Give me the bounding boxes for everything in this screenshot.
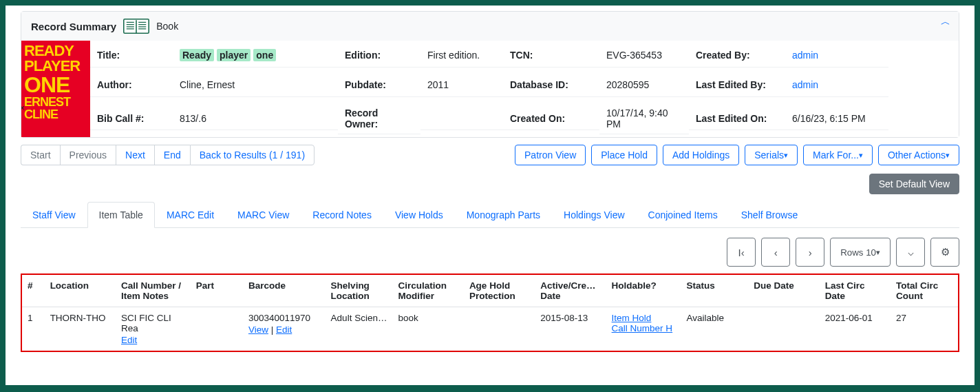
value-created-by[interactable]: admin xyxy=(792,50,818,61)
value-record-owner xyxy=(420,107,503,130)
tab-marc-view[interactable]: MARC View xyxy=(226,202,301,228)
chevron-left-icon: ‹ xyxy=(774,247,778,258)
item-table: # Location Call Number / Item Notes Part… xyxy=(22,275,958,351)
value-edition: First edition. xyxy=(420,44,503,68)
label-record-owner: Record Owner: xyxy=(338,103,420,134)
label-last-edited-on: Last Edited On: xyxy=(689,107,785,130)
barcode-sep: | xyxy=(268,324,276,335)
cover-line-1: READY xyxy=(24,43,87,59)
table-row[interactable]: 1 THORN-THO SCI FIC CLI Rea Edit 3003400… xyxy=(22,307,958,351)
label-title: Title: xyxy=(90,44,173,68)
cell-last-circ: 2021-06-01 xyxy=(820,307,891,351)
label-tcn: TCN: xyxy=(503,44,599,68)
tab-shelf-browse[interactable]: Shelf Browse xyxy=(729,202,809,228)
serials-dropdown[interactable]: Serials xyxy=(745,145,798,165)
col-part[interactable]: Part xyxy=(191,275,243,307)
col-location[interactable]: Location xyxy=(45,275,116,307)
cover-line-5: CLINE xyxy=(24,108,87,121)
barcode-text: 300340011970 xyxy=(248,313,310,323)
col-last-circ[interactable]: Last Circ Date xyxy=(820,275,891,307)
value-pubdate: 2011 xyxy=(420,74,503,97)
col-barcode[interactable]: Barcode xyxy=(243,275,326,307)
cell-status: Available xyxy=(681,307,748,351)
next-button[interactable]: Next xyxy=(116,145,154,165)
page-first-icon: I‹ xyxy=(738,247,745,258)
chevron-right-icon: › xyxy=(809,247,812,258)
other-actions-dropdown[interactable]: Other Actions xyxy=(878,145,959,165)
col-status[interactable]: Status xyxy=(681,275,748,307)
mark-for-dropdown[interactable]: Mark For... xyxy=(803,145,873,165)
label-author: Author: xyxy=(90,74,173,97)
cover-image: READY PLAYER ONE ERNEST CLINE × xyxy=(21,41,90,137)
page-prev-button[interactable]: ‹ xyxy=(761,238,790,267)
tab-holdings-view[interactable]: Holdings View xyxy=(552,202,636,228)
value-bib-call: 813/.6 xyxy=(173,107,338,130)
col-active-date[interactable]: Active/Cre… Date xyxy=(535,275,606,307)
barcode-view-link[interactable]: View xyxy=(248,324,268,335)
value-last-edited-by[interactable]: admin xyxy=(792,79,818,90)
record-type: Book xyxy=(156,21,178,32)
cell-age-hold xyxy=(464,307,535,351)
col-num[interactable]: # xyxy=(22,275,45,307)
call-number-hold-link[interactable]: Call Number H xyxy=(612,323,673,333)
col-circ-mod[interactable]: Circulation Modifier xyxy=(393,275,464,307)
previous-button[interactable]: Previous xyxy=(60,145,116,165)
back-to-results-button[interactable]: Back to Results (1 / 191) xyxy=(190,145,315,165)
value-tcn: EVG-365453 xyxy=(599,44,689,68)
col-holdable[interactable]: Holdable? xyxy=(606,275,681,307)
end-button[interactable]: End xyxy=(154,145,190,165)
expand-rows-button[interactable]: ⌵ xyxy=(896,238,925,267)
cell-active-date: 2015-08-13 xyxy=(535,307,606,351)
call-number-edit-link[interactable]: Edit xyxy=(121,335,137,345)
add-holdings-button[interactable]: Add Holdings xyxy=(663,145,739,165)
cell-shelving: Adult Scien… xyxy=(326,307,393,351)
cover-line-3: ONE xyxy=(24,74,87,96)
col-call-number[interactable]: Call Number / Item Notes xyxy=(116,275,191,307)
tab-conjoined-items[interactable]: Conjoined Items xyxy=(637,202,729,228)
label-edition: Edition: xyxy=(338,44,420,68)
value-db-id: 20280595 xyxy=(599,74,689,97)
page-first-button[interactable]: I‹ xyxy=(727,238,756,267)
label-created-by: Created By: xyxy=(689,44,785,68)
tab-marc-edit[interactable]: MARC Edit xyxy=(155,202,226,228)
label-pubdate: Pubdate: xyxy=(338,74,420,97)
cell-location: THORN-THO xyxy=(45,307,116,351)
label-last-edited-by: Last Edited By: xyxy=(689,74,785,97)
start-button[interactable]: Start xyxy=(21,145,60,165)
label-bib-call: Bib Call #: xyxy=(90,107,173,130)
cell-due-date xyxy=(748,307,819,351)
col-age-hold[interactable]: Age Hold Protection xyxy=(464,275,535,307)
cell-call-number: SCI FIC CLI Rea Edit xyxy=(116,307,191,351)
tab-item-table[interactable]: Item Table xyxy=(87,202,155,228)
cell-barcode: 300340011970 View | Edit xyxy=(243,307,326,351)
book-icon xyxy=(123,17,149,35)
patron-view-button[interactable]: Patron View xyxy=(515,145,586,165)
value-author: Cline, Ernest xyxy=(173,74,338,97)
result-nav-group: Start Previous Next End Back to Results … xyxy=(21,145,315,165)
cover-line-4: ERNEST xyxy=(24,96,87,108)
cell-total-circ: 27 xyxy=(891,307,958,351)
rows-per-page-dropdown[interactable]: Rows 10 xyxy=(830,238,891,267)
tab-record-notes[interactable]: Record Notes xyxy=(301,202,383,228)
item-hold-link[interactable]: Item Hold xyxy=(612,313,652,323)
record-summary-card: Record Summary Book ︿ READY PLAYER ONE E… xyxy=(21,11,959,138)
col-due-date[interactable]: Due Date xyxy=(748,275,819,307)
value-created-on: 10/17/14, 9:40 PM xyxy=(599,103,689,134)
col-total-circ[interactable]: Total Circ Count xyxy=(891,275,958,307)
barcode-edit-link[interactable]: Edit xyxy=(276,324,292,335)
tab-monograph-parts[interactable]: Monograph Parts xyxy=(455,202,552,228)
title-word-2: player xyxy=(217,49,251,61)
table-settings-button[interactable]: ⚙ xyxy=(930,238,959,267)
meta-grid: Title: Ready player one Edition: First e… xyxy=(90,41,959,137)
set-default-view-button[interactable]: Set Default View xyxy=(869,174,959,194)
tab-staff-view[interactable]: Staff View xyxy=(21,202,87,228)
page-next-button[interactable]: › xyxy=(796,238,824,267)
table-header-row: # Location Call Number / Item Notes Part… xyxy=(22,275,958,307)
cell-num: 1 xyxy=(22,307,45,351)
call-number-text: SCI FIC CLI Rea xyxy=(121,313,171,333)
tab-view-holds[interactable]: View Holds xyxy=(383,202,455,228)
place-hold-button[interactable]: Place Hold xyxy=(591,145,657,165)
col-shelving[interactable]: Shelving Location xyxy=(326,275,393,307)
collapse-summary-icon[interactable]: ︿ xyxy=(941,16,950,28)
gear-icon: ⚙ xyxy=(941,246,950,258)
